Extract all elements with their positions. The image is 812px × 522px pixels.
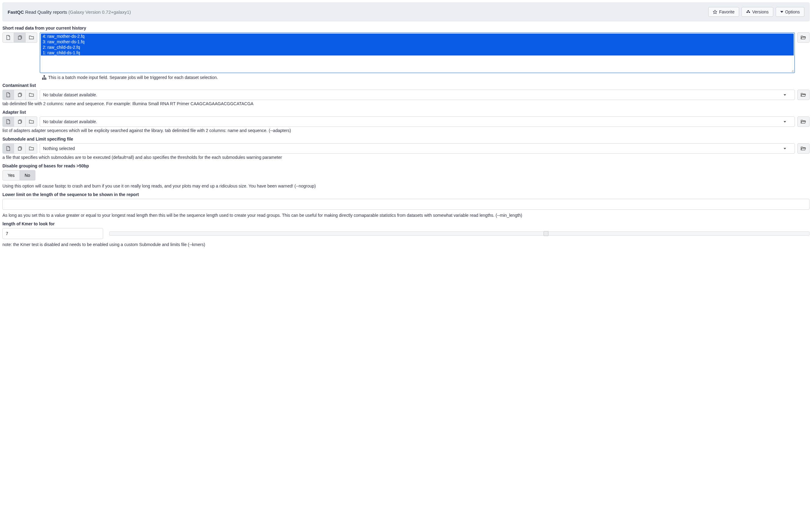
single-file-button[interactable]: [2, 89, 14, 100]
versions-button[interactable]: Versions: [741, 7, 773, 17]
browse-button[interactable]: [797, 89, 810, 100]
batch-help-row: This is a batch mode input field. Separa…: [42, 75, 810, 80]
tool-name: FastQC: [7, 9, 24, 15]
contaminant-label: Contaminant list: [2, 83, 810, 88]
min-length-label: Lower limit on the length of the sequenc…: [2, 192, 810, 197]
tool-title: FastQC Read Quality reports (Galaxy Vers…: [7, 9, 131, 15]
folder-icon: [29, 146, 34, 150]
multi-file-button[interactable]: [14, 117, 26, 127]
collection-button[interactable]: [26, 143, 37, 154]
files-icon: [17, 93, 22, 97]
kmer-label: length of Kmer to look for: [2, 221, 810, 226]
single-file-button[interactable]: [2, 32, 14, 43]
single-file-button[interactable]: [2, 117, 14, 127]
file-icon: [6, 35, 11, 40]
adapter-help: list of adapters adapter sequences which…: [2, 128, 810, 133]
adapter-value: No tabular dataset available.: [43, 119, 97, 124]
single-file-button[interactable]: [2, 143, 14, 154]
min-length-help: As long as you set this to a value great…: [2, 213, 810, 218]
multi-file-button[interactable]: [14, 143, 26, 154]
param-submodule: Submodule and Limit specifing file Nothi…: [2, 137, 810, 160]
adapter-label: Adapter list: [2, 110, 810, 115]
short-read-select-wrapper: 4: raw_mother-ds-2.fq3: raw_mother-ds-1.…: [40, 32, 795, 73]
browse-button[interactable]: [797, 143, 810, 154]
batch-help-text: This is a batch mode input field. Separa…: [48, 75, 218, 80]
chevron-down-icon: [784, 94, 786, 96]
contaminant-value: No tabular dataset available.: [43, 93, 97, 97]
svg-rect-1: [44, 75, 45, 77]
browse-button[interactable]: [797, 117, 810, 127]
options-label: Options: [785, 9, 800, 14]
param-min-length: Lower limit on the length of the sequenc…: [2, 192, 810, 218]
nogroup-help: Using this option will cause fastqc to c…: [2, 184, 810, 188]
nogroup-toggle: Yes No: [2, 170, 35, 181]
param-nogroup: Disable grouping of bases for reads >50b…: [2, 163, 810, 188]
submodule-label: Submodule and Limit specifing file: [2, 137, 810, 141]
short-read-select[interactable]: 4: raw_mother-ds-2.fq3: raw_mother-ds-1.…: [41, 34, 794, 72]
submodule-select[interactable]: Nothing selected: [40, 143, 795, 154]
input-source-toggle: [2, 32, 37, 73]
svg-marker-0: [713, 10, 717, 14]
collection-button[interactable]: [26, 32, 37, 43]
options-button[interactable]: Options: [776, 7, 805, 17]
folder-open-icon: [801, 93, 806, 97]
param-contaminant: Contaminant list No tabular dataset avai…: [2, 83, 810, 106]
dataset-option[interactable]: 1: raw_child-ds-1.fq: [41, 50, 794, 56]
submodule-source-toggle: [2, 143, 37, 154]
adapter-select[interactable]: No tabular dataset available.: [40, 117, 795, 127]
multi-file-button[interactable]: [14, 89, 26, 100]
tool-header: FastQC Read Quality reports (Galaxy Vers…: [2, 2, 810, 21]
folder-icon: [29, 93, 34, 97]
tool-version: (Galaxy Version 0.72+galaxy1): [68, 9, 131, 15]
file-icon: [6, 93, 11, 97]
contaminant-source-toggle: [2, 89, 37, 100]
folder-icon: [29, 120, 34, 124]
yes-button[interactable]: Yes: [2, 170, 20, 181]
folder-open-icon: [801, 35, 806, 40]
contaminant-help: tab delimited file with 2 columns: name …: [2, 101, 810, 106]
files-icon: [17, 146, 22, 151]
contaminant-select[interactable]: No tabular dataset available.: [40, 89, 795, 100]
svg-rect-3: [44, 78, 45, 80]
browse-button[interactable]: [797, 32, 810, 43]
file-icon: [6, 119, 11, 124]
param-adapter: Adapter list No tabular dataset availabl…: [2, 110, 810, 133]
folder-icon: [29, 35, 34, 40]
file-icon: [6, 146, 11, 151]
favorite-button[interactable]: Favorite: [708, 7, 739, 17]
submodule-help: a file that specifies which submodules a…: [2, 155, 810, 160]
versions-label: Versions: [752, 9, 769, 14]
collection-button[interactable]: [26, 117, 37, 127]
no-button[interactable]: No: [20, 170, 35, 181]
header-buttons: Favorite Versions Options: [708, 7, 805, 17]
slider-track: [109, 232, 810, 236]
files-icon: [17, 35, 22, 40]
folder-open-icon: [801, 120, 806, 124]
dataset-option[interactable]: 3: raw_mother-ds-1.fq: [41, 39, 794, 44]
sitemap-icon: [42, 75, 46, 80]
slider-thumb[interactable]: [543, 231, 549, 236]
files-icon: [17, 119, 22, 124]
folder-open-icon: [801, 146, 806, 150]
nogroup-label: Disable grouping of bases for reads >50b…: [2, 163, 810, 168]
adapter-source-toggle: [2, 117, 37, 127]
chevron-down-icon: [784, 121, 786, 123]
svg-rect-4: [45, 78, 46, 80]
svg-rect-2: [42, 78, 43, 80]
multi-file-button[interactable]: [14, 32, 26, 43]
kmer-input[interactable]: [2, 228, 103, 239]
tool-subtitle: Read Quality reports: [25, 9, 67, 15]
chevron-down-icon: [784, 148, 786, 149]
submodule-value: Nothing selected: [43, 146, 75, 151]
param-kmer: length of Kmer to look for note: the Kme…: [2, 221, 810, 247]
dataset-option[interactable]: 2: raw_child-ds-2.fq: [41, 44, 794, 50]
param-short-read: Short read data from your current histor…: [2, 26, 810, 80]
kmer-slider[interactable]: [109, 232, 810, 236]
min-length-input[interactable]: [2, 199, 810, 210]
kmer-help: note: the Kmer test is disabled and need…: [2, 242, 810, 247]
cubes-icon: [746, 10, 750, 14]
short-read-label: Short read data from your current histor…: [2, 26, 810, 31]
collection-button[interactable]: [26, 89, 37, 100]
dataset-option[interactable]: 4: raw_mother-ds-2.fq: [41, 34, 794, 39]
favorite-label: Favorite: [719, 9, 734, 14]
